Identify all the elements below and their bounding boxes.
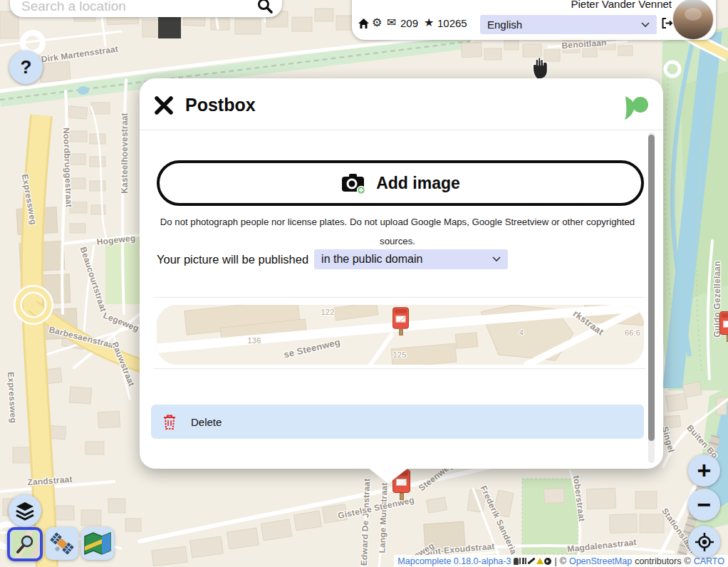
trash-icon [162,414,177,430]
location-minimap[interactable]: 122136125466;6se Steenwegrkstraat [157,305,644,365]
geolocate-button[interactable] [688,526,720,558]
osm-contributors-text: contributors [635,556,681,566]
zoom-out-button[interactable]: − [688,489,720,521]
divider [154,368,646,369]
message-count[interactable]: 209 [400,17,418,29]
license-value: in the public domain [321,253,422,266]
dialog-scrollbar-thumb[interactable] [648,135,655,441]
map-icon [84,532,111,555]
delete-label: Delete [191,416,222,428]
messages-envelope-icon[interactable]: ✉ [387,17,396,28]
contributor-figure-icon [514,558,519,565]
settings-gear-icon[interactable]: ⚙ [372,17,382,28]
warning-icon [536,558,544,564]
crosshair-icon [695,532,714,552]
help-label: ? [21,56,32,78]
header-divider [140,130,663,130]
logout-icon[interactable] [661,17,673,29]
postbox-marker-edge[interactable] [719,311,728,335]
carto-link[interactable]: CARTO [694,556,724,566]
mapcomplete-logo-icon [622,94,650,123]
image-upload-notice: Do not photograph people nor license pla… [157,212,638,251]
attribution-icons [514,558,551,565]
search-icon[interactable] [256,0,274,14]
layers-button[interactable] [9,494,41,527]
search-input[interactable] [20,0,256,16]
postbox-dialog: Postbox Add image Do not photograph peop… [140,78,663,469]
osm-layer-thumbnail [11,531,38,558]
star-count[interactable]: 10265 [437,17,467,29]
zoom-out-label: − [697,491,712,519]
play-circle-icon [544,558,551,565]
attribution-divider: | [554,556,556,566]
postbox-marker-pole [400,493,404,500]
delete-button[interactable]: Delete [151,405,644,439]
username: Pieter Vander Vennet [571,0,672,10]
avatar[interactable] [672,0,714,40]
license-row: Your picture will be published in the pu… [157,249,508,269]
zoom-in-button[interactable]: + [688,454,720,487]
statistics-icon [519,558,526,564]
carto-copyright-symbol: © [684,556,690,566]
close-icon[interactable] [154,95,174,115]
license-prefix: Your picture will be published [157,253,308,266]
mapcomplete-version-link[interactable]: Mapcomplete 0.18.0-alpha-3 [397,556,511,566]
pencil-icon [528,557,536,564]
chevron-down-icon [641,22,650,28]
layers-icon [15,501,35,521]
zoom-in-label: + [697,457,712,484]
language-select[interactable]: English [480,15,657,34]
dialog-title: Postbox [185,95,256,115]
openstreetmap-link[interactable]: OpenStreetMap [569,556,632,566]
background-layer-switcher [7,527,114,561]
layer-option-osm[interactable] [7,527,43,561]
star-icon[interactable]: ★ [424,17,434,28]
camera-plus-icon [340,172,366,194]
home-icon[interactable] [358,18,370,29]
mapcomplete-app: Dirk MartensstraatNoordbruggestraatKaste… [0,0,728,567]
chevron-down-icon [492,256,501,262]
license-select[interactable]: in the public domain [314,249,508,269]
magnifier-icon [15,534,36,555]
language-value: English [487,19,522,31]
add-image-button[interactable]: Add image [157,160,644,206]
minimap-postbox-marker[interactable] [392,307,409,328]
grab-hand-cursor [530,56,553,81]
grab-hand-icon [530,56,553,81]
layer-option-map[interactable] [81,527,114,560]
divider [154,297,646,298]
user-panel: Pieter Vander Vennet ⚙ ✉ 209 ★ 10265 Eng… [352,0,716,40]
help-button[interactable]: ? [9,51,43,84]
osm-copyright-symbol: © [560,556,566,566]
layer-option-satellite[interactable] [46,527,78,560]
add-image-label: Add image [376,174,460,193]
satellite-icon [48,530,76,557]
search-bar [10,0,282,17]
attribution-bar: Mapcomplete 0.18.0-alpha-3 | © OpenStree… [394,555,728,567]
dialog-scrollbar-track[interactable] [648,132,655,463]
